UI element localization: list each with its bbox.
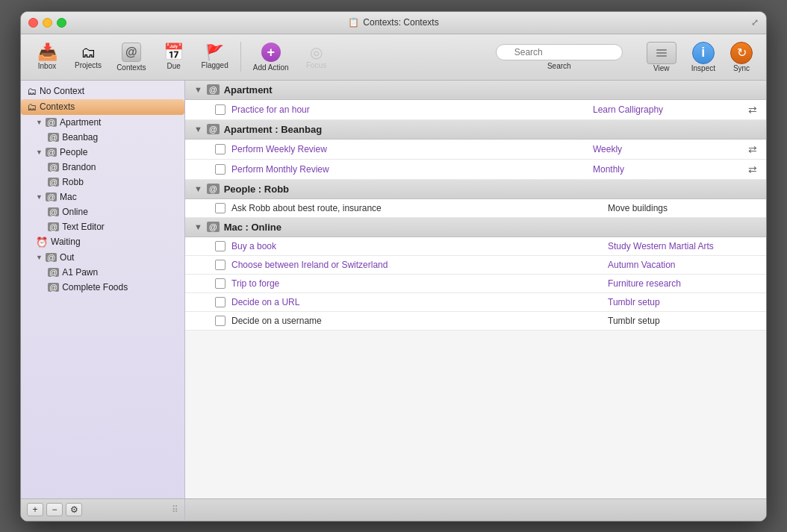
task-checkbox[interactable] — [215, 278, 225, 289]
task-checkbox[interactable] — [215, 144, 225, 154]
task-label[interactable]: Perform Monthly Review — [231, 164, 587, 175]
sidebar-item-no-context[interactable]: 🗂 No Context — [21, 84, 184, 99]
sidebar-item-waiting[interactable]: ⏰ Waiting — [21, 234, 184, 250]
sidebar-item-a1-pawn[interactable]: @ A1 Pawn — [21, 265, 184, 280]
due-icon: 📅 — [164, 44, 184, 60]
task-checkbox[interactable] — [215, 241, 225, 251]
plus-icon: + — [261, 43, 281, 62]
task-project[interactable]: Move buildings — [608, 203, 757, 213]
task-checkbox[interactable] — [215, 104, 225, 115]
task-checkbox[interactable] — [215, 203, 225, 213]
table-row: Perform Monthly Review Monthly ⇄ — [185, 160, 766, 180]
task-label[interactable]: Ask Robb about best route, insurance — [231, 203, 602, 213]
sidebar-item-contexts[interactable]: 🗂 Contexts — [21, 99, 184, 115]
beanbag-collapse-icon[interactable]: ▼ — [194, 125, 202, 134]
task-label[interactable]: Choose between Ireland or Switzerland — [231, 260, 602, 270]
people-icon: @ — [46, 148, 57, 157]
task-label[interactable]: Practice for an hour — [231, 104, 587, 115]
sidebar-item-people[interactable]: ▼ @ People — [21, 145, 184, 160]
task-checkbox[interactable] — [215, 260, 225, 270]
table-row: Choose between Ireland or Switzerland Au… — [185, 256, 766, 275]
search-wrap — [496, 44, 623, 60]
task-label[interactable]: Perform Weekly Review — [231, 144, 587, 154]
mac-triangle: ▼ — [36, 193, 43, 201]
section-header-robb: ▼ @ People : Robb — [185, 180, 766, 199]
sidebar-item-out[interactable]: ▼ @ Out — [21, 250, 184, 265]
task-project[interactable]: Monthly — [593, 164, 742, 175]
inbox-button[interactable]: 📥 Inbox — [28, 41, 66, 73]
due-button[interactable]: 📅 Due — [155, 41, 193, 73]
inspect-button[interactable]: i Inspect — [685, 39, 721, 75]
complete-foods-icon: @ — [48, 283, 59, 292]
table-row: Practice for an hour Learn Calligraphy ⇄ — [185, 100, 766, 120]
search-area: Search — [496, 44, 623, 70]
sidebar-item-text-editor[interactable]: @ Text Editor — [21, 219, 184, 234]
brandon-icon: @ — [48, 163, 59, 172]
task-project[interactable]: Furniture research — [608, 278, 757, 289]
table-row: Decide on a username Tumblr setup — [185, 312, 766, 331]
task-checkbox[interactable] — [215, 316, 225, 326]
sidebar-item-beanbag[interactable]: @ Beanbag — [21, 130, 184, 145]
no-context-label: No Context — [40, 86, 178, 96]
add-action-icon: + — [261, 43, 281, 62]
waiting-label: Waiting — [51, 237, 178, 247]
task-project[interactable]: Tumblr setup — [608, 297, 757, 307]
section-header-apartment: ▼ @ Apartment — [185, 81, 766, 100]
task-checkbox[interactable] — [215, 164, 225, 175]
text-editor-label: Text Editor — [62, 222, 178, 232]
inbox-icon: 📥 — [37, 44, 57, 60]
focus-button[interactable]: ◎ Focus — [298, 42, 335, 72]
sidebar-item-online[interactable]: @ Online — [21, 204, 184, 219]
task-project[interactable]: Autumn Vacation — [608, 260, 757, 270]
sidebar-item-brandon[interactable]: @ Brandon — [21, 160, 184, 175]
mac-online-section-title: Mac : Online — [224, 222, 281, 233]
apartment-collapse-icon[interactable]: ▼ — [194, 85, 202, 94]
task-checkbox[interactable] — [215, 297, 225, 307]
text-editor-icon: @ — [48, 222, 59, 231]
flagged-button[interactable]: 🚩 Flagged — [196, 42, 234, 72]
close-button[interactable] — [28, 18, 38, 28]
bottom-bar: + − ⚙ ⠿ — [21, 498, 766, 521]
online-label: Online — [62, 207, 178, 217]
sync-button[interactable]: ↻ Sync — [724, 39, 759, 75]
task-label[interactable]: Decide on a URL — [231, 297, 602, 307]
task-label[interactable]: Trip to forge — [231, 278, 602, 289]
content-footer — [185, 499, 766, 521]
task-label[interactable]: Buy a book — [231, 241, 602, 251]
waiting-icon: ⏰ — [36, 237, 48, 248]
task-project[interactable]: Tumblr setup — [608, 316, 757, 326]
projects-button[interactable]: 🗂 Projects — [69, 42, 108, 72]
main-content: 🗂 No Context 🗂 Contexts ▼ @ Apartment @ … — [21, 81, 766, 498]
task-project[interactable]: Learn Calligraphy — [593, 104, 742, 115]
remove-context-button[interactable]: − — [46, 503, 63, 516]
robb-section-title: People : Robb — [224, 184, 289, 195]
traffic-lights — [28, 18, 66, 28]
sidebar-item-complete-foods[interactable]: @ Complete Foods — [21, 280, 184, 295]
task-project[interactable]: Study Western Martial Arts — [608, 241, 757, 251]
view-button[interactable]: View — [641, 39, 682, 75]
mac-online-collapse-icon[interactable]: ▼ — [194, 222, 202, 231]
maximize-button[interactable] — [57, 18, 66, 28]
task-project[interactable]: Weekly — [593, 144, 742, 154]
view-icon — [647, 42, 676, 64]
toolbar-sep-1 — [240, 42, 241, 72]
sidebar-item-apartment[interactable]: ▼ @ Apartment — [21, 115, 184, 130]
sync-label: Sync — [733, 64, 750, 72]
sidebar-item-robb[interactable]: @ Robb — [21, 175, 184, 190]
window-icon: 📋 — [348, 17, 359, 28]
robb-collapse-icon[interactable]: ▼ — [194, 184, 202, 193]
mac-icon: @ — [46, 193, 57, 201]
expand-button[interactable]: ⤢ — [751, 17, 759, 28]
task-label[interactable]: Decide on a username — [231, 316, 602, 326]
people-triangle: ▼ — [36, 148, 43, 156]
search-input[interactable] — [496, 44, 623, 60]
contexts-sidebar-label: Contexts — [40, 101, 178, 112]
add-context-button[interactable]: + — [27, 503, 43, 516]
robb-icon: @ — [48, 178, 59, 187]
minimize-button[interactable] — [43, 18, 52, 28]
sidebar-item-mac[interactable]: ▼ @ Mac — [21, 190, 184, 204]
add-action-button[interactable]: + Add Action — [247, 40, 295, 75]
settings-button[interactable]: ⚙ — [66, 503, 82, 516]
task-repeat-icon: ⇄ — [748, 104, 757, 116]
contexts-button[interactable]: @ Contexts — [111, 40, 152, 75]
